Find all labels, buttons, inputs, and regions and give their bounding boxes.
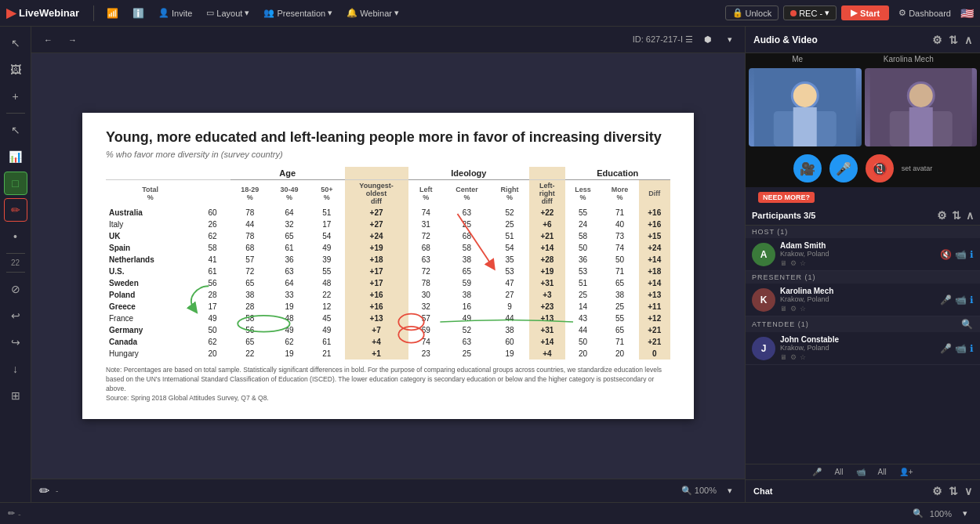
cell-country: Poland bbox=[106, 289, 194, 301]
video-toggle-btn[interactable]: 🎥 bbox=[793, 154, 822, 182]
need-more-btn[interactable]: NEED MORE? bbox=[758, 192, 815, 203]
participants-settings-icon[interactable]: ⚙ bbox=[937, 209, 947, 222]
unlock-btn[interactable]: 🔒 Unlock bbox=[725, 5, 779, 20]
cell-3049: 33 bbox=[270, 289, 309, 301]
canvas-chevron-btn[interactable]: ▾ bbox=[723, 33, 737, 46]
download-tool[interactable]: ↓ bbox=[4, 357, 27, 381]
cell-diff: +11 bbox=[639, 301, 671, 313]
pen-tool[interactable]: ✏ bbox=[4, 198, 27, 222]
collapse-icon[interactable]: ∧ bbox=[964, 34, 972, 46]
adam-actions: 🔇 📹 ℹ bbox=[940, 249, 974, 260]
chart-tool[interactable]: 📊 bbox=[4, 145, 27, 168]
cell-50: 17 bbox=[309, 219, 344, 230]
cell-more: 20 bbox=[601, 348, 639, 360]
karolina-info-icon[interactable]: ℹ bbox=[970, 295, 974, 305]
info-btn[interactable]: ℹ️ bbox=[128, 6, 149, 20]
plus-tool[interactable]: + bbox=[4, 85, 27, 108]
cell-3049: 64 bbox=[270, 207, 309, 219]
webinar-btn[interactable]: 🔔 Webinar ▾ bbox=[342, 6, 404, 20]
dashboard-btn[interactable]: ⚙ Dashboard bbox=[894, 6, 956, 20]
top-nav: ▶ LiveWebinar 📶 ℹ️ 👤 Invite ▭ Layout ▾ 👥… bbox=[0, 0, 980, 27]
cell-yd: +27 bbox=[345, 207, 408, 219]
chat-collapse-icon[interactable]: ∨ bbox=[964, 485, 972, 497]
cell-less: 14 bbox=[565, 301, 601, 313]
cell-country: Netherlands bbox=[106, 254, 194, 266]
cell-1829: 38 bbox=[230, 289, 270, 301]
john-mic-icon[interactable]: 🎤 bbox=[940, 343, 952, 354]
redo-tool[interactable]: ↪ bbox=[4, 331, 27, 354]
cell-center: 38 bbox=[444, 289, 490, 301]
zoom-label: 100% bbox=[695, 486, 717, 495]
cell-country: Australia bbox=[106, 207, 194, 219]
canvas-id: ID: 627-217-I ☰ bbox=[633, 34, 693, 45]
logo-icon: ▶ bbox=[6, 5, 16, 20]
rec-btn[interactable]: REC - ▾ bbox=[783, 5, 837, 20]
karolina-mic-icon[interactable]: 🎤 bbox=[940, 295, 952, 305]
zoom-chevron-btn[interactable]: ▾ bbox=[723, 484, 737, 497]
adam-video-icon[interactable]: 📹 bbox=[955, 249, 967, 260]
sub-yd: Youngest-oldestdiff bbox=[345, 180, 408, 208]
canvas-forward-btn[interactable]: → bbox=[64, 34, 82, 46]
cell-1829: 44 bbox=[230, 219, 270, 230]
invite-btn[interactable]: 👤 Invite bbox=[154, 6, 197, 20]
cell-left: 68 bbox=[408, 242, 444, 254]
cell-left: 31 bbox=[408, 219, 444, 230]
info-icon: ℹ️ bbox=[132, 8, 144, 19]
adam-info-icon[interactable]: ℹ bbox=[970, 249, 974, 260]
eraser-tool[interactable]: ⊘ bbox=[4, 277, 27, 301]
cell-right: 25 bbox=[490, 219, 529, 230]
canvas-back-btn[interactable]: ← bbox=[39, 34, 57, 46]
all2-label[interactable]: All bbox=[878, 468, 887, 476]
chat-settings-icon[interactable]: ⚙ bbox=[932, 485, 942, 497]
set-avatar-btn[interactable]: set avatar bbox=[902, 164, 933, 172]
mic-toggle-btn[interactable]: 🎤 bbox=[829, 154, 858, 182]
participants-expand-icon[interactable]: ⇅ bbox=[952, 209, 961, 222]
cell-yd: +18 bbox=[345, 254, 408, 266]
grid-tool[interactable]: ⊞ bbox=[4, 384, 27, 407]
header-total bbox=[106, 167, 194, 180]
attendee-search-icon[interactable]: 🔍 bbox=[961, 319, 974, 330]
adam-settings-icon: ⚙ bbox=[790, 259, 797, 267]
image-tool[interactable]: 🖼 bbox=[4, 58, 27, 81]
canvas-expand-btn[interactable]: ⬢ bbox=[699, 33, 717, 46]
cell-lr: +31 bbox=[529, 277, 564, 289]
add-participant-icon[interactable]: 👤+ bbox=[899, 468, 913, 476]
undo-tool[interactable]: ↩ bbox=[4, 304, 27, 327]
canvas-bottom: ✏ - 🔍 100% ▾ bbox=[31, 479, 745, 502]
language-flag[interactable]: 🇺🇸 bbox=[960, 7, 974, 20]
start-btn[interactable]: ▶ Start bbox=[841, 5, 889, 20]
cell-1829: 22 bbox=[230, 348, 270, 360]
participants-collapse-icon[interactable]: ∧ bbox=[966, 209, 974, 222]
rectangle-tool[interactable]: □ bbox=[4, 172, 27, 195]
select-tool[interactable]: ↖ bbox=[4, 31, 27, 55]
presentation-btn[interactable]: 👥 Presentation ▾ bbox=[259, 6, 337, 20]
cell-total: 17 bbox=[194, 301, 230, 313]
zoom-dropdown-btn[interactable]: ▾ bbox=[958, 507, 972, 520]
participants-count: Participants 3/5 bbox=[752, 211, 815, 220]
settings-icon[interactable]: ⚙ bbox=[932, 34, 942, 46]
bottom-pencil[interactable]: ✏ bbox=[8, 508, 15, 519]
adam-mic-icon[interactable]: 🔇 bbox=[940, 249, 952, 260]
end-call-btn[interactable]: 📵 bbox=[866, 154, 894, 182]
cell-diff: +14 bbox=[639, 254, 671, 266]
cell-1829: 56 bbox=[230, 324, 270, 336]
left-toolbar: ↖ 🖼 + ↖ 📊 □ ✏ • 22 ⊘ ↩ ↪ ↓ ⊞ bbox=[0, 27, 31, 502]
cell-right: 35 bbox=[490, 254, 529, 266]
sub-left: Left% bbox=[408, 180, 444, 208]
karolina-video-icon[interactable]: 📹 bbox=[955, 295, 967, 305]
john-info-icon[interactable]: ℹ bbox=[970, 343, 974, 354]
invite-icon: 👤 bbox=[158, 8, 169, 18]
john-info: John Constable Krakow, Poland 🖥 ⚙ ☆ bbox=[780, 335, 935, 361]
pointer-tool[interactable]: ↖ bbox=[4, 118, 27, 142]
wifi-btn[interactable]: 📶 bbox=[102, 6, 123, 20]
note-content: Note: Percentages are based on total sam… bbox=[106, 366, 662, 392]
all-label[interactable]: All bbox=[834, 468, 843, 476]
expand-icon[interactable]: ⇅ bbox=[949, 34, 958, 46]
layout-btn[interactable]: ▭ Layout ▾ bbox=[201, 6, 254, 20]
chat-expand-icon[interactable]: ⇅ bbox=[949, 485, 958, 497]
host-section-label: HOST (1) bbox=[746, 226, 980, 238]
table-row: Germany 50 56 49 49 +7 69 52 38 +31 44 6… bbox=[106, 324, 670, 336]
cell-50: 21 bbox=[309, 348, 344, 360]
dot-tool[interactable]: • bbox=[4, 225, 27, 248]
john-video-icon[interactable]: 📹 bbox=[955, 343, 967, 354]
